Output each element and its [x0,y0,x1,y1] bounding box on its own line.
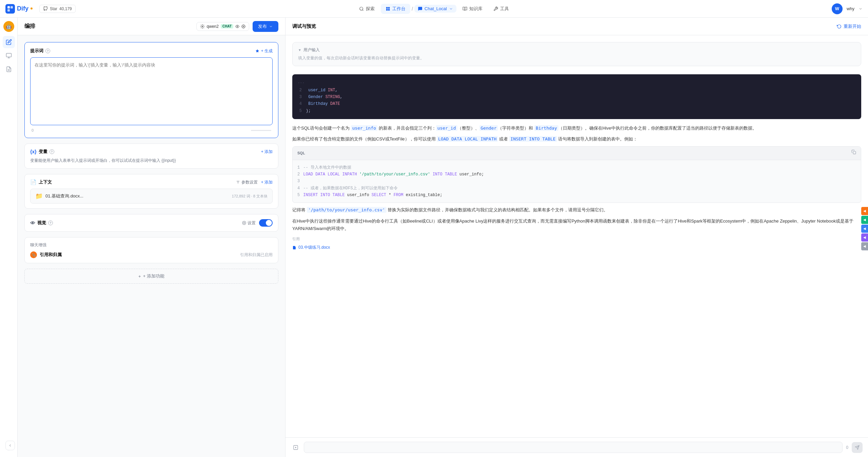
user-dropdown-icon[interactable] [859,7,863,11]
model-icon [200,24,205,29]
param-icon [236,180,240,184]
edge-btn-2[interactable]: ◀ [861,216,868,224]
sidebar-app-avatar[interactable]: 🤖 [3,21,14,32]
svg-rect-6 [386,9,388,11]
svg-point-13 [202,26,203,27]
nav-explore[interactable]: 探索 [354,4,379,14]
assistant-text-2: 如果你已经有了包含特定数据的文件（例如CSV或TextFile），你可以使用 L… [292,135,861,143]
citation-label: 引用和归属 [40,252,62,258]
sql-line-5: 5INSERT INTO TABLE user_info SELECT * FR… [297,192,856,198]
model-selector[interactable]: qwen2 CHAT [196,22,249,31]
restart-button[interactable]: 重新开始 [837,23,861,30]
vision-toggle[interactable] [259,219,273,227]
code-context: ... [298,79,856,85]
nav-tools[interactable]: 工具 [489,4,514,14]
generate-button[interactable]: + 生成 [255,48,273,54]
context-add-button[interactable]: + 添加 [261,179,273,185]
variables-card: {x} 变量 ? + 添加 变量能使用户输入表单引入提示词或开场白，你可以试试在… [24,144,278,169]
variables-title: {x} 变量 ? [30,149,54,155]
sidebar-item-analytics[interactable] [3,50,15,62]
collapse-sidebar-button[interactable] [5,441,15,450]
user-input-description: 填入变量的值，每次启动新会话时该变量将自动替换提示词中的变量。 [298,55,855,61]
settings-icon [242,221,246,225]
prompt-title: 提示词 ? [30,48,50,54]
star-label: Star [50,6,57,11]
assistant-text-4: 在Hive中执行这些操作通常需要通过Hive的命令行工具（如Beeline或CL… [292,217,861,232]
context-title: 上下文 [39,179,52,185]
model-name: qwen2 [207,24,219,29]
file-stats: 172,892 词 · 8 文本块 [232,194,268,199]
sql-code-body: 1-- 导入本地文件中的数据 2LOAD DATA LOCAL INPATH '… [293,160,861,203]
context-icon: 📄 [30,179,37,185]
restart-icon [837,24,842,29]
svg-rect-7 [388,9,390,11]
explore-icon [359,6,364,11]
dropdown-icon [449,7,453,11]
prompt-card: 提示词 ? + 生成 0 [24,42,278,138]
logo[interactable]: Dify [5,4,33,14]
context-file-row: 📁 01.基础查询.docx... 172,892 词 · 8 文本块 [30,189,273,204]
right-panel: 调试与预览 重新开始 ▼ 用户输入 填入变量的值，每次启动新会话时该变量将自动替… [285,18,868,457]
nav-right: W why [832,3,863,14]
nav-workspace[interactable]: 工作台 [381,4,410,14]
github-star-button[interactable]: Star 40,179 [39,5,76,13]
collapse-arrow-icon[interactable]: ▼ [298,48,301,52]
model-eye-icon [235,24,239,28]
edge-btn-5[interactable]: ◀ [861,242,868,250]
edge-btn-3[interactable]: ◀ [861,225,868,233]
sidebar-item-logs[interactable] [3,63,15,75]
chat-attach-button[interactable] [291,443,300,452]
nav-app-name[interactable]: Chat_Local [414,5,456,13]
variables-add-button[interactable]: + 添加 [261,149,273,155]
nav-knowledge[interactable]: 知识库 [458,4,487,14]
sql-line-1: 1-- 导入本地文件中的数据 [297,164,856,171]
svg-rect-1 [11,6,13,8]
svg-rect-5 [388,7,390,8]
variables-header: {x} 变量 ? + 添加 [30,149,273,155]
code-line-4: 4 Birthday DATE [298,100,856,107]
copy-button[interactable] [851,149,856,157]
citation-icon: 📎 [30,251,37,258]
variables-help-icon[interactable]: ? [50,149,54,154]
user-name[interactable]: why [847,6,854,11]
svg-rect-4 [386,7,388,8]
citation-left: 📎 引用和归属 [30,251,62,258]
publish-button[interactable]: 发布 [253,21,278,32]
chat-enhance-title: 聊天增强 [30,242,273,248]
chat-input-area: 0 [285,437,868,457]
star-count: 40,179 [59,6,72,11]
prompt-textarea[interactable] [30,57,273,125]
nav-divider: / [412,6,413,12]
generate-icon [255,49,259,53]
prompt-help-icon[interactable]: ? [45,49,50,53]
model-settings-icon[interactable] [241,24,245,28]
sub-header-actions: qwen2 CHAT 发布 [196,21,278,32]
context-header: 📄 上下文 参数设置 + 添加 [30,179,273,185]
logo-text: Dify [17,5,28,12]
code-line-2: 2 user_id INT, [298,87,856,94]
user-input-label: 用户输入 [303,47,320,53]
sql-line-3: 3 [297,178,856,185]
citation-section: 引用 03.中级练习.docx [292,236,861,251]
user-avatar[interactable]: W [832,3,843,14]
prompt-scroll-indicator [251,130,271,131]
sidebar-item-edit[interactable] [3,36,15,48]
vision-title: 👁 视觉 ? [30,220,53,226]
context-param-button[interactable]: 参数设置 [236,179,258,185]
send-button[interactable] [852,442,863,453]
edge-toolbar: ◀ ◀ ◀ ◀ ◀ [861,207,868,250]
edge-btn-4[interactable]: ◀ [861,233,868,242]
top-navigation: Dify Star 40,179 探索 工作台 / Chat_Local 知识库 [0,0,868,18]
add-feature-button[interactable]: + + 添加功能 [24,269,278,284]
add-feature-plus: + [138,274,141,279]
svg-point-14 [237,26,238,27]
edge-btn-1[interactable]: ◀ [861,207,868,215]
citation-file-link[interactable]: 03.中级练习.docx [292,244,861,251]
user-input-header: ▼ 用户输入 [298,47,855,53]
prompt-char-count: 0 [32,128,34,132]
vision-settings-button[interactable]: 设置 [242,220,256,226]
chat-input-field[interactable] [304,442,843,453]
svg-point-3 [360,7,363,10]
vision-help-icon[interactable]: ? [48,221,53,225]
knowledge-icon [462,6,467,11]
